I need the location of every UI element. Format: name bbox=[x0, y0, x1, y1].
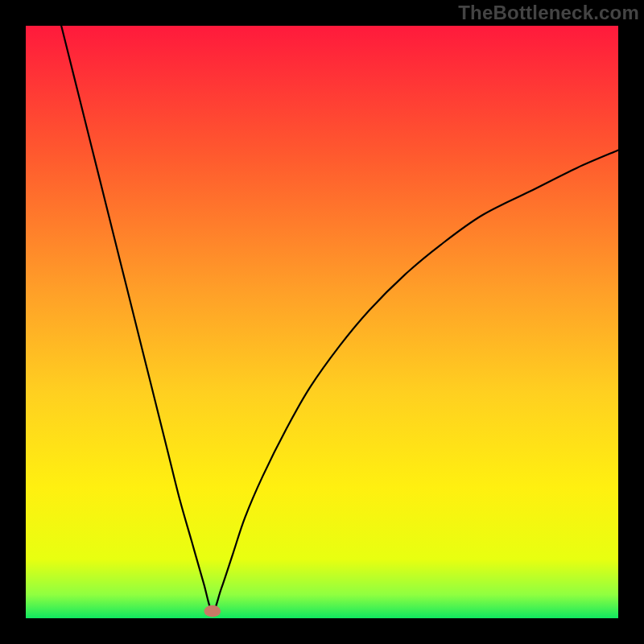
gradient-background bbox=[26, 26, 618, 618]
chart-frame: TheBottleneck.com bbox=[0, 0, 644, 644]
plot-area bbox=[26, 26, 618, 618]
watermark-text: TheBottleneck.com bbox=[458, 2, 639, 24]
chart-svg bbox=[26, 26, 618, 618]
optimum-marker bbox=[204, 605, 221, 617]
